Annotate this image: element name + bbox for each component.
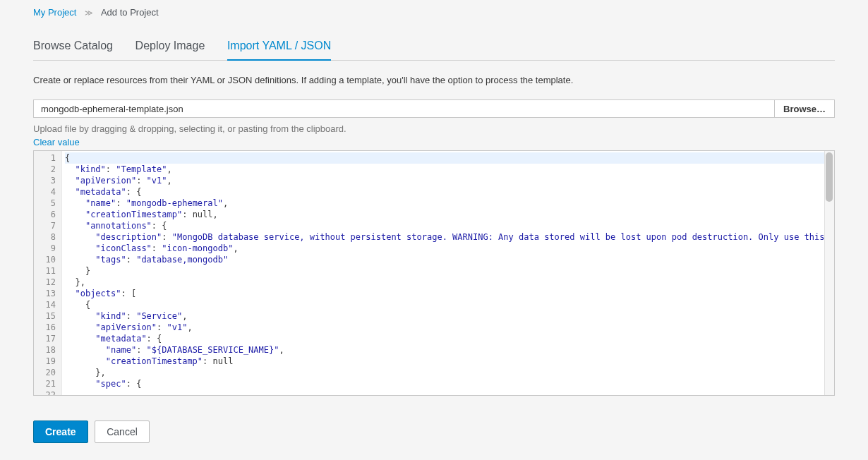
- code-line[interactable]: "kind": "Template",: [65, 164, 831, 175]
- code-line[interactable]: "objects": [: [65, 288, 831, 299]
- code-line[interactable]: "name": "${DATABASE_SERVICE_NAME}",: [65, 344, 831, 356]
- file-name-input[interactable]: [33, 99, 775, 118]
- code-line[interactable]: "tags": "database,mongodb": [65, 254, 831, 265]
- clear-value-link[interactable]: Clear value: [33, 137, 80, 147]
- code-line[interactable]: "iconClass": "icon-mongodb",: [65, 243, 831, 254]
- code-line[interactable]: "apiVersion": "v1",: [65, 322, 831, 333]
- code-editor[interactable]: 12345678910111213141516171819202122 { "k…: [33, 150, 835, 396]
- code-line[interactable]: "metadata": {: [65, 186, 831, 198]
- code-line[interactable]: "apiVersion": "v1",: [65, 175, 831, 186]
- code-line[interactable]: "creationTimestamp": null: [65, 356, 831, 367]
- editor-code-area[interactable]: { "kind": "Template", "apiVersion": "v1"…: [62, 151, 834, 395]
- chevron-right-icon: ≫: [85, 8, 93, 17]
- browse-button[interactable]: Browse…: [775, 99, 835, 118]
- breadcrumb: My Project ≫ Add to Project: [33, 7, 835, 18]
- page-description: Create or replace resources from their Y…: [33, 75, 835, 85]
- code-line[interactable]: "kind": "Service",: [65, 310, 831, 322]
- editor-scrollbar-thumb[interactable]: [826, 152, 833, 202]
- code-line[interactable]: "creationTimestamp": null,: [65, 209, 831, 220]
- create-button[interactable]: Create: [33, 420, 88, 443]
- tab-import-yaml-json[interactable]: Import YAML / JSON: [227, 34, 331, 61]
- code-line[interactable]: },: [65, 367, 831, 378]
- code-line[interactable]: }: [65, 265, 831, 277]
- code-line[interactable]: },: [65, 277, 831, 288]
- upload-hint: Upload file by dragging & dropping, sele…: [33, 123, 835, 134]
- tabs: Browse Catalog Deploy Image Import YAML …: [33, 33, 835, 61]
- breadcrumb-project-link[interactable]: My Project: [33, 7, 76, 18]
- tab-browse-catalog[interactable]: Browse Catalog: [33, 34, 113, 59]
- code-line[interactable]: "spec": {: [65, 378, 831, 389]
- code-line[interactable]: [65, 389, 831, 395]
- cancel-button[interactable]: Cancel: [95, 420, 150, 443]
- code-line[interactable]: "name": "mongodb-ephemeral",: [65, 198, 831, 209]
- code-line[interactable]: "annotations": {: [65, 220, 831, 231]
- breadcrumb-current: Add to Project: [101, 7, 159, 18]
- tab-deploy-image[interactable]: Deploy Image: [135, 34, 205, 59]
- code-line[interactable]: "description": "MongoDB database service…: [65, 231, 831, 243]
- code-line[interactable]: {: [65, 299, 831, 310]
- editor-gutter: 12345678910111213141516171819202122: [34, 151, 62, 395]
- code-line[interactable]: {: [65, 152, 831, 164]
- code-line[interactable]: "metadata": {: [65, 333, 831, 344]
- editor-scrollbar[interactable]: [824, 151, 834, 395]
